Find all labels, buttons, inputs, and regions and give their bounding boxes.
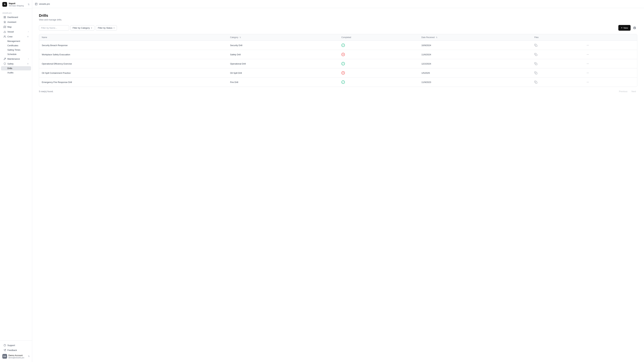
- filter-name-input[interactable]: [39, 25, 69, 30]
- svg-rect-13: [634, 28, 635, 29]
- sidebar-item-assistant[interactable]: Assistant: [1, 19, 31, 24]
- sidebar-item-label: Dashboard: [8, 16, 18, 18]
- topbar: vessels.pro: [32, 0, 644, 8]
- drills-table: Name Category ⇅ Completed Date Received …: [39, 34, 637, 87]
- cell-files[interactable]: [532, 41, 582, 50]
- svg-rect-0: [4, 16, 4, 17]
- more-options-button[interactable]: ···: [585, 71, 590, 75]
- status-completed-icon: ✓: [342, 62, 345, 65]
- ship-icon: [3, 30, 6, 33]
- file-copy-icon: [534, 44, 537, 47]
- more-options-button[interactable]: ···: [585, 61, 590, 66]
- chevron-right-icon: ›: [28, 58, 29, 60]
- new-drill-button[interactable]: + New: [618, 25, 630, 31]
- status-failed-icon: ✕: [342, 53, 345, 56]
- svg-rect-15: [536, 54, 537, 56]
- crew-subnav: Management Certificates Sailing Times Sc…: [0, 39, 32, 56]
- file-copy-icon: [534, 81, 537, 84]
- sidebar-item-schedule[interactable]: Schedule: [1, 52, 31, 56]
- table-row: Workplace Safety Evacuation Safety Drill…: [39, 50, 637, 59]
- cell-date-received: 10/9/2024: [419, 41, 532, 50]
- plus-icon: +: [621, 26, 622, 29]
- user-email: demo@vessels.pro: [8, 357, 27, 359]
- org-chevron-icon[interactable]: ⇅: [28, 3, 30, 6]
- cell-completed: ✓: [339, 59, 419, 68]
- cell-more[interactable]: ···: [582, 59, 637, 68]
- sidebar-item-sailing-times[interactable]: Sailing Times: [1, 48, 31, 52]
- sidebar-item-certificates[interactable]: Certificates: [1, 43, 31, 48]
- svg-rect-14: [536, 45, 537, 46]
- previous-button[interactable]: Previous: [618, 89, 629, 93]
- sidebar-item-vessel[interactable]: Vessel ›: [1, 29, 31, 34]
- circle-help-icon: [3, 344, 6, 347]
- sort-icon: ⇅: [436, 36, 438, 38]
- svg-marker-4: [4, 26, 6, 28]
- svg-rect-16: [536, 63, 537, 65]
- sidebar-item-feedback[interactable]: Feedback: [1, 348, 31, 353]
- more-options-button[interactable]: ···: [585, 52, 590, 57]
- col-category[interactable]: Category ⇅: [228, 34, 339, 41]
- printer-icon: [633, 26, 636, 29]
- sidebar-item-label: Assistant: [8, 21, 16, 23]
- sidebar-bottom: Support Feedback DA Demo Account demo@ve…: [0, 341, 32, 362]
- cell-name: Emergency Fire Response Drill: [39, 78, 228, 87]
- sidebar: N Napoli Vermaas Shipping ⇅ vessels.pro …: [0, 0, 32, 362]
- sidebar-item-label: Map: [8, 26, 12, 28]
- sidebar-item-management[interactable]: Management: [1, 39, 31, 43]
- sidebar-item-label: Maintenance: [8, 58, 20, 60]
- cell-date-received: 12/2/2024: [419, 59, 532, 68]
- org-header[interactable]: N Napoli Vermaas Shipping ⇅: [0, 0, 32, 9]
- pagination: 5 row(s) found. Previous Next: [39, 87, 637, 93]
- cell-files[interactable]: [532, 78, 582, 87]
- svg-rect-12: [35, 3, 37, 5]
- cell-files[interactable]: [532, 59, 582, 68]
- send-icon: [3, 349, 6, 352]
- svg-rect-17: [536, 72, 537, 74]
- cell-more[interactable]: ···: [582, 68, 637, 78]
- col-date-received[interactable]: Date Received ⇅: [419, 34, 532, 41]
- cell-completed: ✕: [339, 68, 419, 78]
- sidebar-item-crew[interactable]: Crew ∨: [1, 34, 31, 39]
- print-button[interactable]: [632, 25, 637, 30]
- cell-category: Safety Drill: [228, 50, 339, 59]
- map-icon: [3, 25, 6, 28]
- users-icon: [3, 35, 6, 38]
- sidebar-item-drills[interactable]: Drills: [1, 66, 31, 70]
- next-button[interactable]: Next: [630, 89, 637, 93]
- svg-rect-18: [536, 82, 537, 83]
- filter-status-select[interactable]: Filter by Status ∨: [96, 25, 117, 30]
- user-account[interactable]: DA Demo Account demo@vessels.pro ⇅: [0, 353, 32, 360]
- cell-more[interactable]: ···: [582, 78, 637, 87]
- cell-files[interactable]: [532, 68, 582, 78]
- user-avatar: DA: [2, 354, 7, 359]
- grid-icon: [3, 16, 6, 18]
- chevron-down-icon: ∨: [91, 27, 92, 29]
- cell-more[interactable]: ···: [582, 41, 637, 50]
- sidebar-item-map[interactable]: Map: [1, 24, 31, 29]
- sidebar-item-audits[interactable]: Audits: [1, 70, 31, 75]
- table-row: Oil Spill Containment Practice Oil Spill…: [39, 68, 637, 78]
- page-content: Drills View and manage drills. Filter by…: [32, 8, 644, 362]
- more-options-button[interactable]: ···: [585, 43, 590, 47]
- sidebar-item-support[interactable]: Support: [1, 343, 31, 348]
- sidebar-item-maintenance[interactable]: Maintenance ›: [1, 56, 31, 61]
- sidebar-item-safety[interactable]: Safety ∨: [1, 61, 31, 66]
- cell-files[interactable]: [532, 50, 582, 59]
- cell-completed: ✕: [339, 50, 419, 59]
- pagination-buttons: Previous Next: [618, 89, 637, 93]
- filter-category-select[interactable]: Filter by Category ∨: [70, 25, 94, 30]
- page-subtitle: View and manage drills.: [39, 18, 637, 21]
- chevron-down-icon: ∨: [27, 62, 29, 65]
- cell-name: Oil Spill Containment Practice: [39, 68, 228, 78]
- chevron-down-icon: ∨: [113, 27, 115, 29]
- cell-more[interactable]: ···: [582, 50, 637, 59]
- sidebar-item-dashboard[interactable]: Dashboard: [1, 15, 31, 19]
- sidebar-item-label: Support: [8, 344, 15, 347]
- more-options-button[interactable]: ···: [585, 80, 590, 84]
- col-completed: Completed: [339, 34, 419, 41]
- status-completed-icon: ✓: [342, 80, 345, 84]
- status-failed-icon: ✕: [342, 71, 345, 75]
- cell-date-received: 11/9/2023: [419, 78, 532, 87]
- org-name: Napoli: [9, 2, 26, 5]
- svg-rect-3: [5, 17, 6, 18]
